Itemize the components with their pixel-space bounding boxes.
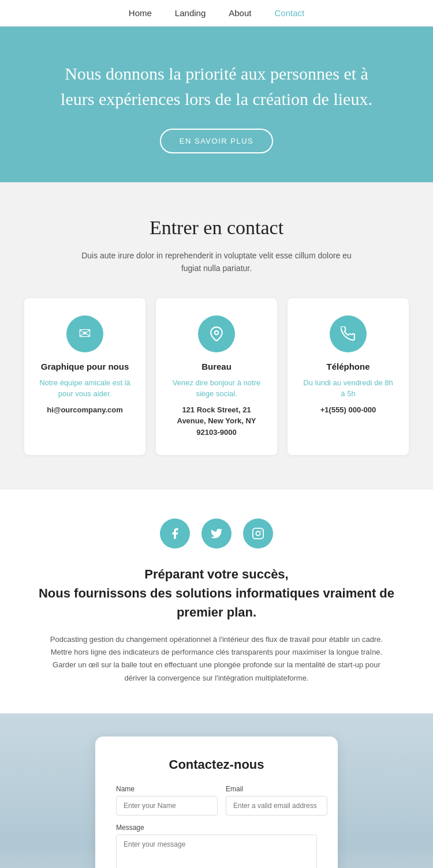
- nav-home[interactable]: Home: [129, 8, 152, 18]
- name-input[interactable]: [116, 796, 218, 816]
- card-bureau: Bureau Venez dire bonjour à notre siège …: [156, 298, 277, 456]
- message-field-group: Message: [116, 824, 317, 868]
- contact-form-card: Contactez-nous Name Email Message Galler…: [95, 737, 338, 868]
- svg-point-0: [215, 330, 219, 335]
- hero-button[interactable]: EN SAVOIR PLUS: [160, 129, 273, 153]
- phone-icon: [330, 315, 367, 352]
- nav-about[interactable]: About: [229, 8, 251, 18]
- twitter-icon[interactable]: [201, 518, 232, 548]
- card-bureau-title: Bureau: [169, 362, 264, 371]
- email-input[interactable]: [226, 796, 327, 816]
- svg-rect-1: [253, 528, 263, 539]
- card-email-desc: Notre équipe amicale est là pour vous ai…: [37, 377, 133, 400]
- card-email: ✉ Graphique pour nous Notre équipe amica…: [24, 298, 145, 456]
- contact-info-subtitle: Duis aute irure dolor in reprehenderit i…: [78, 249, 355, 275]
- card-bureau-desc: Venez dire bonjour à notre siège social.: [169, 377, 264, 400]
- form-name-email-row: Name Email: [116, 785, 317, 816]
- email-label: Email: [226, 785, 327, 793]
- city-contact-section: Contactez-nous Name Email Message Galler…: [0, 713, 433, 868]
- form-title: Contactez-nous: [116, 757, 317, 772]
- name-field-group: Name: [116, 785, 218, 816]
- social-heading: Préparant votre succès, Nous fournissons…: [35, 565, 398, 622]
- social-section: Préparant votre succès, Nous fournissons…: [0, 490, 433, 713]
- facebook-icon[interactable]: [160, 518, 190, 548]
- card-telephone-title: Téléphone: [300, 362, 396, 371]
- nav-landing[interactable]: Landing: [175, 8, 206, 18]
- card-email-title: Graphique pour nous: [37, 362, 133, 371]
- instagram-icon[interactable]: [243, 518, 273, 548]
- contact-info-section: Entrer en contact Duis aute irure dolor …: [0, 182, 433, 490]
- email-field-group: Email: [226, 785, 327, 816]
- hero-section: Nous donnons la priorité aux personnes e…: [0, 27, 433, 182]
- contact-info-title: Entrer en contact: [23, 217, 410, 239]
- nav-contact[interactable]: Contact: [274, 8, 304, 18]
- social-body: Podcasting gestion du changement opérati…: [49, 633, 384, 684]
- message-label: Message: [116, 824, 317, 832]
- name-label: Name: [116, 785, 218, 793]
- location-icon: [198, 315, 235, 352]
- card-email-detail: hi@ourcompany.com: [37, 404, 133, 416]
- email-icon: ✉: [66, 315, 103, 352]
- hero-title: Nous donnons la priorité aux personnes e…: [46, 61, 387, 111]
- navigation: Home Landing About Contact: [0, 0, 433, 27]
- card-telephone-detail: +1(555) 000-000: [300, 404, 396, 416]
- contact-cards: ✉ Graphique pour nous Notre équipe amica…: [23, 298, 410, 456]
- card-telephone: Téléphone Du lundi au vendredi de 8h à 5…: [288, 298, 409, 456]
- card-bureau-detail: 121 Rock Street, 21 Avenue, New York, NY…: [169, 404, 264, 438]
- social-icons: [35, 518, 398, 548]
- message-input[interactable]: [116, 835, 317, 868]
- card-telephone-desc: Du lundi au vendredi de 8h à 5h: [300, 377, 396, 400]
